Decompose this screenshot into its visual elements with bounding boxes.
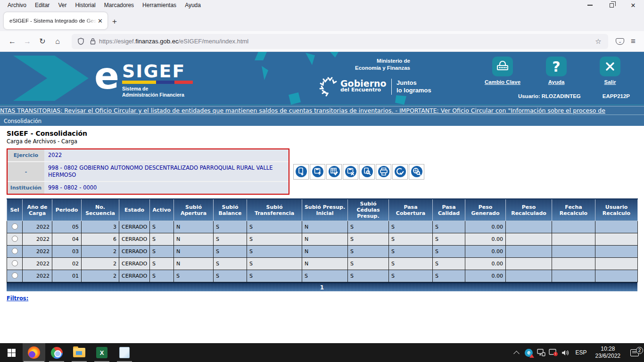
pocket-icon[interactable]: ⌄ xyxy=(616,38,624,45)
forward-icon[interactable]: → xyxy=(20,34,35,49)
padlock-icon[interactable] xyxy=(492,57,513,76)
excel-icon: X xyxy=(96,347,107,358)
date-label: 23/6/2022 xyxy=(595,353,620,360)
new-record-button[interactable] xyxy=(293,164,309,180)
validate-sheet-button[interactable] xyxy=(326,164,342,180)
salir-button[interactable]: Salir xyxy=(590,57,630,85)
col-peso-recalculado: Peso Recalculado xyxy=(506,199,552,221)
col-pasa-calidad: Pasa Calidad xyxy=(433,199,465,221)
menu-ayuda[interactable]: Ayuda xyxy=(181,1,205,9)
col-subio-apertura: Subió Apertura xyxy=(174,199,214,221)
decoration-chevron xyxy=(13,56,89,101)
firefox-icon xyxy=(28,346,40,359)
exit-x-icon[interactable] xyxy=(600,57,620,76)
menu-editar[interactable]: Editar xyxy=(31,1,53,9)
new-tab-button[interactable]: + xyxy=(112,17,117,26)
search-data-button[interactable] xyxy=(409,164,424,180)
display-alert-icon[interactable]: ! xyxy=(547,349,560,357)
menu-archivo[interactable]: Archivo xyxy=(4,1,30,9)
col-peso-generado: Peso Generado xyxy=(465,199,506,221)
tab-close-icon[interactable]: ✕ xyxy=(97,17,104,25)
col-pasa-cobertura: Pasa Cobertura xyxy=(389,199,433,221)
network-icon[interactable] xyxy=(535,349,547,356)
preview-document-button[interactable] xyxy=(359,164,375,180)
starburst-icon xyxy=(319,76,338,97)
restore-button[interactable] xyxy=(601,0,622,10)
save-upload-button[interactable] xyxy=(310,164,325,180)
browser-tab[interactable]: eSIGEF - Sistema Integrado de Gestió ✕ xyxy=(4,12,107,29)
url-bar[interactable]: https://esigef.finanzas.gob.ec/eSIGEF/me… xyxy=(72,34,608,49)
notification-center-button[interactable]: 2 xyxy=(625,349,644,356)
form-row-entidad: - 998 - 0802 GOBIERNO AUTONOMO DESCENTRA… xyxy=(8,162,289,182)
menu-hamburger-icon[interactable]: ≡ xyxy=(631,37,636,46)
folder-icon xyxy=(73,348,85,357)
form-row-institucion: Institución 998 - 0802 - 0000 xyxy=(8,182,289,194)
table-row: 2022 03 2 CERRADO S N S S N S S S 0.00 xyxy=(7,246,638,258)
taskbar-excel[interactable]: X xyxy=(91,343,113,362)
shield-icon[interactable] xyxy=(74,38,87,45)
language-indicator[interactable]: ESP xyxy=(572,349,591,356)
marquee-link[interactable]: NTAS TRANSITORIAS: Revisar el Oficio Cir… xyxy=(0,106,644,115)
delete-record-button[interactable] xyxy=(343,164,358,180)
carga-table: Sel Año de Carga Periodo No. Secuencia E… xyxy=(7,198,638,282)
form-label: Ejercicio xyxy=(8,149,44,161)
ayuda-button[interactable]: ? Ayuda xyxy=(537,57,576,85)
taskbar-notepad[interactable] xyxy=(113,343,136,362)
tab-bar: eSIGEF - Sistema Integrado de Gestió ✕ + xyxy=(0,10,644,31)
col-subio-transferencia: Subió Transferencia xyxy=(247,199,302,221)
tray-expand-chevron-icon[interactable] xyxy=(511,350,523,356)
table-row: 2022 01 2 CERRADO S S S S S S S S 0.00 xyxy=(7,270,638,282)
menu-historial[interactable]: Historial xyxy=(71,1,99,9)
cambio-clave-button[interactable]: Cambio Clave xyxy=(483,57,522,85)
approve-check-button[interactable] xyxy=(392,164,408,180)
volume-icon[interactable] xyxy=(560,349,572,356)
back-icon[interactable]: ← xyxy=(5,34,20,49)
col-estado: Estado xyxy=(119,199,150,221)
window-titlebar: Archivo Editar Ver Historial Marcadores … xyxy=(0,0,644,10)
row-select-radio[interactable] xyxy=(12,223,18,230)
user-info: Usuario: RLOZADINTEG EAPP212P xyxy=(518,93,630,99)
col-usuario-recalculo: Usuario Recalculo xyxy=(595,199,638,221)
start-button[interactable] xyxy=(0,343,23,362)
col-subio-balance: Subió Balance xyxy=(214,199,247,221)
esigef-logo-name: SIGEF xyxy=(122,63,193,79)
notepad-icon xyxy=(119,347,130,358)
col-periodo: Periodo xyxy=(52,199,82,221)
gobierno-text: Gobierno del Encuentro xyxy=(340,80,387,93)
taskbar-firefox[interactable] xyxy=(23,343,45,362)
esigef-logo: e SIGEF Sistema de Administración Financ… xyxy=(94,57,193,98)
col-activo: Activo xyxy=(150,199,174,221)
print-button[interactable] xyxy=(376,164,391,180)
close-button[interactable]: ✕ xyxy=(622,0,644,10)
col-sel: Sel xyxy=(7,199,23,221)
row-select-radio[interactable] xyxy=(12,260,18,266)
row-select-radio[interactable] xyxy=(12,272,18,279)
home-icon[interactable]: ⌂ xyxy=(50,34,65,49)
col-secuencia: No. Secuencia xyxy=(82,199,119,221)
menu-marcadores[interactable]: Marcadores xyxy=(100,1,138,9)
taskbar-chrome[interactable] xyxy=(45,343,68,362)
ministry-label: Ministerio de Economía y Finanzas xyxy=(330,58,410,72)
pagination-bar: 1 xyxy=(7,282,637,291)
row-select-radio[interactable] xyxy=(12,248,18,254)
menu-ver[interactable]: Ver xyxy=(54,1,70,9)
browser-menubar: Archivo Editar Ver Historial Marcadores … xyxy=(0,1,205,9)
antivirus-icon[interactable]: e xyxy=(523,349,535,357)
table-header-row: Sel Año de Carga Periodo No. Secuencia E… xyxy=(7,199,638,221)
clock[interactable]: 10:28 23/6/2022 xyxy=(591,346,625,360)
menu-herramientas[interactable]: Herramientas xyxy=(139,1,180,9)
esigef-logo-e: e xyxy=(94,58,119,98)
form-label: Institución xyxy=(8,182,44,194)
gobierno-logo: Gobierno del Encuentro Juntos lo logramo… xyxy=(319,76,431,97)
page-number-link[interactable]: 1 xyxy=(320,284,324,291)
reload-icon[interactable]: ↻ xyxy=(35,34,50,49)
taskbar-explorer[interactable] xyxy=(68,343,91,362)
form-row-ejercicio: Ejercicio 2022 xyxy=(8,149,289,162)
lock-icon[interactable] xyxy=(87,38,99,45)
filtros-link[interactable]: Filtros: xyxy=(7,295,28,302)
row-select-radio[interactable] xyxy=(12,236,18,242)
url-text: https://esigef.finanzas.gob.ec/eSIGEF/me… xyxy=(99,38,591,45)
bookmark-star-icon[interactable]: ☆ xyxy=(591,37,605,46)
question-icon[interactable]: ? xyxy=(546,57,567,76)
minimize-button[interactable] xyxy=(579,0,601,10)
